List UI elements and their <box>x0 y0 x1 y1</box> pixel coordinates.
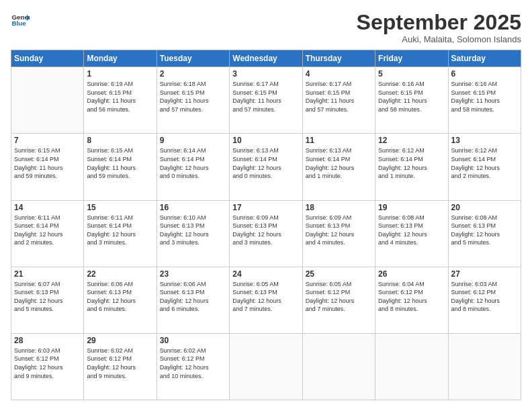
table-row <box>230 333 302 400</box>
table-row: 7Sunrise: 6:15 AM Sunset: 6:14 PM Daylig… <box>11 134 84 200</box>
cell-info: Sunrise: 6:10 AM Sunset: 6:13 PM Dayligh… <box>160 214 226 247</box>
calendar-header-row: Sunday Monday Tuesday Wednesday Thursday… <box>11 50 521 67</box>
cell-info: Sunrise: 6:11 AM Sunset: 6:14 PM Dayligh… <box>87 214 153 247</box>
day-number: 22 <box>87 269 153 279</box>
day-number: 28 <box>14 336 81 345</box>
table-row: 11Sunrise: 6:13 AM Sunset: 6:14 PM Dayli… <box>302 134 375 200</box>
col-thursday: Thursday <box>302 50 375 67</box>
table-row: 5Sunrise: 6:16 AM Sunset: 6:15 PM Daylig… <box>375 67 448 134</box>
day-number: 13 <box>451 136 518 145</box>
day-number: 2 <box>160 69 226 79</box>
table-row: 13Sunrise: 6:12 AM Sunset: 6:14 PM Dayli… <box>448 134 521 200</box>
day-number: 29 <box>87 336 153 345</box>
calendar: Sunday Monday Tuesday Wednesday Thursday… <box>11 50 521 400</box>
day-number: 6 <box>451 69 518 79</box>
cell-info: Sunrise: 6:08 AM Sunset: 6:13 PM Dayligh… <box>378 214 445 247</box>
day-number: 15 <box>87 203 153 212</box>
day-number: 27 <box>451 269 518 279</box>
cell-info: Sunrise: 6:06 AM Sunset: 6:13 PM Dayligh… <box>160 280 226 314</box>
day-number: 25 <box>306 269 372 279</box>
col-wednesday: Wednesday <box>230 50 302 67</box>
day-number: 8 <box>87 136 153 145</box>
day-number: 19 <box>378 203 445 212</box>
cell-info: Sunrise: 6:13 AM Sunset: 6:14 PM Dayligh… <box>306 146 372 180</box>
table-row: 20Sunrise: 6:08 AM Sunset: 6:13 PM Dayli… <box>448 200 521 267</box>
cell-info: Sunrise: 6:18 AM Sunset: 6:15 PM Dayligh… <box>160 80 226 113</box>
day-number: 5 <box>378 69 445 79</box>
cell-info: Sunrise: 6:11 AM Sunset: 6:14 PM Dayligh… <box>14 214 81 247</box>
col-monday: Monday <box>84 50 157 67</box>
col-sunday: Sunday <box>11 50 84 67</box>
col-saturday: Saturday <box>448 50 521 67</box>
table-row: 8Sunrise: 6:15 AM Sunset: 6:14 PM Daylig… <box>84 134 157 200</box>
cell-info: Sunrise: 6:05 AM Sunset: 6:13 PM Dayligh… <box>232 280 299 314</box>
table-row: 22Sunrise: 6:06 AM Sunset: 6:13 PM Dayli… <box>84 267 157 333</box>
page: General Blue September 2025 Auki, Malait… <box>0 0 532 411</box>
day-number: 20 <box>451 203 518 212</box>
table-row: 25Sunrise: 6:05 AM Sunset: 6:12 PM Dayli… <box>302 267 375 333</box>
table-row: 4Sunrise: 6:17 AM Sunset: 6:15 PM Daylig… <box>302 67 375 134</box>
table-row: 19Sunrise: 6:08 AM Sunset: 6:13 PM Dayli… <box>375 200 448 267</box>
cell-info: Sunrise: 6:06 AM Sunset: 6:13 PM Dayligh… <box>87 280 153 314</box>
cell-info: Sunrise: 6:09 AM Sunset: 6:13 PM Dayligh… <box>306 214 372 247</box>
day-number: 24 <box>232 269 299 279</box>
table-row: 21Sunrise: 6:07 AM Sunset: 6:13 PM Dayli… <box>11 267 84 333</box>
table-row: 18Sunrise: 6:09 AM Sunset: 6:13 PM Dayli… <box>302 200 375 267</box>
cell-info: Sunrise: 6:15 AM Sunset: 6:14 PM Dayligh… <box>87 146 153 180</box>
table-row: 29Sunrise: 6:02 AM Sunset: 6:12 PM Dayli… <box>84 333 157 400</box>
cell-info: Sunrise: 6:14 AM Sunset: 6:14 PM Dayligh… <box>160 146 226 180</box>
day-number: 14 <box>14 203 81 212</box>
calendar-week-row: 21Sunrise: 6:07 AM Sunset: 6:13 PM Dayli… <box>11 267 521 333</box>
location-subtitle: Auki, Malaita, Solomon Islands <box>357 34 521 44</box>
cell-info: Sunrise: 6:16 AM Sunset: 6:15 PM Dayligh… <box>378 80 445 113</box>
logo-icon: General Blue <box>11 11 30 30</box>
cell-info: Sunrise: 6:17 AM Sunset: 6:15 PM Dayligh… <box>232 80 299 113</box>
table-row: 17Sunrise: 6:09 AM Sunset: 6:13 PM Dayli… <box>230 200 302 267</box>
title-block: September 2025 Auki, Malaita, Solomon Is… <box>357 11 521 44</box>
calendar-week-row: 7Sunrise: 6:15 AM Sunset: 6:14 PM Daylig… <box>11 134 521 200</box>
col-tuesday: Tuesday <box>157 50 229 67</box>
day-number: 3 <box>232 69 299 79</box>
table-row: 24Sunrise: 6:05 AM Sunset: 6:13 PM Dayli… <box>230 267 302 333</box>
table-row: 9Sunrise: 6:14 AM Sunset: 6:14 PM Daylig… <box>157 134 229 200</box>
table-row: 1Sunrise: 6:19 AM Sunset: 6:15 PM Daylig… <box>84 67 157 134</box>
cell-info: Sunrise: 6:19 AM Sunset: 6:15 PM Dayligh… <box>87 80 153 113</box>
day-number: 9 <box>160 136 226 145</box>
cell-info: Sunrise: 6:02 AM Sunset: 6:12 PM Dayligh… <box>160 347 226 380</box>
day-number: 18 <box>306 203 372 212</box>
cell-info: Sunrise: 6:05 AM Sunset: 6:12 PM Dayligh… <box>306 280 372 314</box>
day-number: 4 <box>306 69 372 79</box>
table-row: 14Sunrise: 6:11 AM Sunset: 6:14 PM Dayli… <box>11 200 84 267</box>
col-friday: Friday <box>375 50 448 67</box>
cell-info: Sunrise: 6:13 AM Sunset: 6:14 PM Dayligh… <box>232 146 299 180</box>
table-row: 6Sunrise: 6:16 AM Sunset: 6:15 PM Daylig… <box>448 67 521 134</box>
day-number: 23 <box>160 269 226 279</box>
header: General Blue September 2025 Auki, Malait… <box>11 11 521 44</box>
calendar-week-row: 1Sunrise: 6:19 AM Sunset: 6:15 PM Daylig… <box>11 67 521 134</box>
table-row: 16Sunrise: 6:10 AM Sunset: 6:13 PM Dayli… <box>157 200 229 267</box>
cell-info: Sunrise: 6:12 AM Sunset: 6:14 PM Dayligh… <box>378 146 445 180</box>
table-row: 3Sunrise: 6:17 AM Sunset: 6:15 PM Daylig… <box>230 67 302 134</box>
cell-info: Sunrise: 6:03 AM Sunset: 6:12 PM Dayligh… <box>14 347 81 380</box>
table-row: 2Sunrise: 6:18 AM Sunset: 6:15 PM Daylig… <box>157 67 229 134</box>
table-row: 30Sunrise: 6:02 AM Sunset: 6:12 PM Dayli… <box>157 333 229 400</box>
table-row <box>302 333 375 400</box>
calendar-week-row: 28Sunrise: 6:03 AM Sunset: 6:12 PM Dayli… <box>11 333 521 400</box>
table-row: 28Sunrise: 6:03 AM Sunset: 6:12 PM Dayli… <box>11 333 84 400</box>
cell-info: Sunrise: 6:17 AM Sunset: 6:15 PM Dayligh… <box>306 80 372 113</box>
day-number: 10 <box>232 136 299 145</box>
logo: General Blue <box>11 11 30 30</box>
calendar-week-row: 14Sunrise: 6:11 AM Sunset: 6:14 PM Dayli… <box>11 200 521 267</box>
cell-info: Sunrise: 6:02 AM Sunset: 6:12 PM Dayligh… <box>87 347 153 380</box>
cell-info: Sunrise: 6:04 AM Sunset: 6:12 PM Dayligh… <box>378 280 445 314</box>
day-number: 30 <box>160 336 226 345</box>
day-number: 11 <box>306 136 372 145</box>
cell-info: Sunrise: 6:09 AM Sunset: 6:13 PM Dayligh… <box>232 214 299 247</box>
table-row: 27Sunrise: 6:03 AM Sunset: 6:12 PM Dayli… <box>448 267 521 333</box>
cell-info: Sunrise: 6:16 AM Sunset: 6:15 PM Dayligh… <box>451 80 518 113</box>
cell-info: Sunrise: 6:07 AM Sunset: 6:13 PM Dayligh… <box>14 280 81 314</box>
day-number: 7 <box>14 136 81 145</box>
day-number: 17 <box>232 203 299 212</box>
table-row: 12Sunrise: 6:12 AM Sunset: 6:14 PM Dayli… <box>375 134 448 200</box>
table-row: 15Sunrise: 6:11 AM Sunset: 6:14 PM Dayli… <box>84 200 157 267</box>
